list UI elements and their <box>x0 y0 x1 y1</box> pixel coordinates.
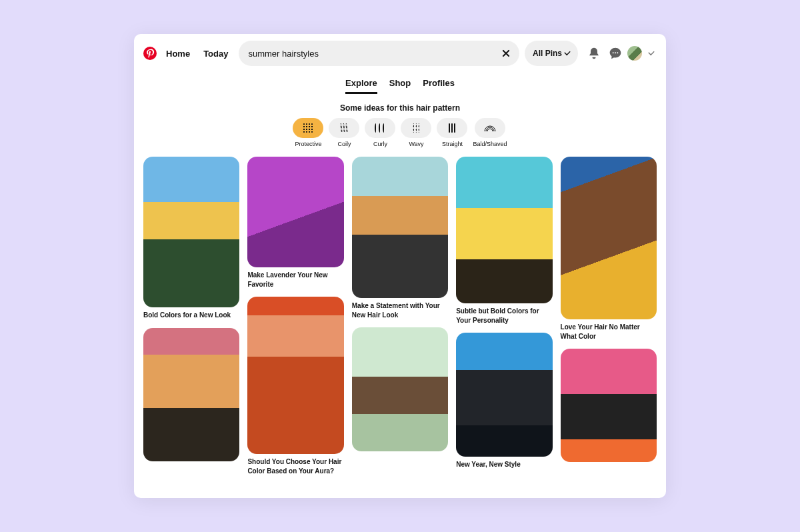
pin-card[interactable] <box>352 327 448 451</box>
nav-home[interactable]: Home <box>161 45 195 63</box>
chip-label: Straight <box>442 141 463 147</box>
pin-card[interactable]: New Year, New Style <box>456 333 552 469</box>
result-tabs: Explore Shop Profiles <box>134 75 666 94</box>
pinterest-logo-icon[interactable] <box>142 45 158 61</box>
filter-pill[interactable]: All Pins <box>525 41 578 66</box>
pin-image <box>456 157 552 303</box>
hair-pattern-chips: Protective Coily Curly Wavy Straight <box>134 118 666 147</box>
pin-card[interactable]: Subtle but Bold Colors for Your Personal… <box>456 157 552 325</box>
pin-card[interactable]: Make a Statement with Your New Hair Look <box>352 157 448 319</box>
messages-button[interactable] <box>606 44 625 63</box>
app-window: Home Today All Pins Explore Shop Profile… <box>134 34 666 498</box>
pin-title: Love Your Hair No Matter What Color <box>561 323 657 341</box>
clear-search-button[interactable] <box>497 44 515 63</box>
pin-image <box>352 327 448 451</box>
pin-image <box>143 328 239 461</box>
coily-icon <box>329 118 359 138</box>
pin-title: Make Lavender Your New Favorite <box>247 271 343 289</box>
wavy-icon <box>401 118 431 138</box>
pin-title: Should You Choose Your Hair Color Based … <box>247 457 343 475</box>
nav-today[interactable]: Today <box>198 45 233 63</box>
pin-title: New Year, New Style <box>456 460 552 469</box>
chip-curly[interactable]: Curly <box>365 118 395 147</box>
pin-card[interactable]: Bold Colors for a New Look <box>143 157 239 320</box>
pin-image <box>561 349 657 462</box>
pin-image <box>456 333 552 457</box>
bald-icon <box>475 118 505 138</box>
pin-card[interactable]: Make Lavender Your New Favorite <box>247 157 343 289</box>
chip-straight[interactable]: Straight <box>437 118 467 147</box>
account-menu-button[interactable] <box>645 44 658 63</box>
tab-explore[interactable]: Explore <box>345 75 377 94</box>
pin-card[interactable]: Should You Choose Your Hair Color Based … <box>247 297 343 475</box>
search-input[interactable] <box>248 49 497 59</box>
svg-point-2 <box>615 52 616 53</box>
pin-grid: Bold Colors for a New Look Make Lavender… <box>134 153 666 475</box>
chip-coily[interactable]: Coily <box>329 118 359 147</box>
pin-image <box>352 157 448 298</box>
chip-label: Wavy <box>409 141 423 147</box>
chip-label: Bald/Shaved <box>473 141 507 147</box>
pin-card[interactable] <box>561 349 657 462</box>
tab-shop[interactable]: Shop <box>389 75 411 94</box>
pin-card[interactable] <box>143 328 239 461</box>
search-bar[interactable] <box>239 41 519 66</box>
header: Home Today All Pins <box>134 34 666 71</box>
avatar[interactable] <box>627 46 642 61</box>
pin-card[interactable]: Love Your Hair No Matter What Color <box>561 157 657 341</box>
tab-profiles[interactable]: Profiles <box>423 75 455 94</box>
chip-protective[interactable]: Protective <box>293 118 323 147</box>
protective-icon <box>293 118 323 138</box>
pin-title: Subtle but Bold Colors for Your Personal… <box>456 307 552 325</box>
chip-label: Curly <box>373 141 387 147</box>
pin-image <box>143 157 239 307</box>
chip-bald-shaved[interactable]: Bald/Shaved <box>473 118 507 147</box>
chevron-down-icon <box>649 51 654 56</box>
section-heading: Some ideas for this hair pattern <box>134 103 666 113</box>
filter-label: All Pins <box>533 49 562 58</box>
svg-point-3 <box>617 52 618 53</box>
pin-image <box>247 157 343 267</box>
chip-wavy[interactable]: Wavy <box>401 118 431 147</box>
svg-point-1 <box>613 52 614 53</box>
pin-title: Make a Statement with Your New Hair Look <box>352 301 448 319</box>
chip-label: Protective <box>295 141 321 147</box>
pin-image <box>561 157 657 319</box>
pin-title: Bold Colors for a New Look <box>143 311 239 320</box>
curly-icon <box>365 118 395 138</box>
chip-label: Coily <box>337 141 351 147</box>
pin-image <box>247 297 343 454</box>
chevron-down-icon <box>565 51 570 56</box>
straight-icon <box>437 118 467 138</box>
notifications-button[interactable] <box>585 44 603 63</box>
